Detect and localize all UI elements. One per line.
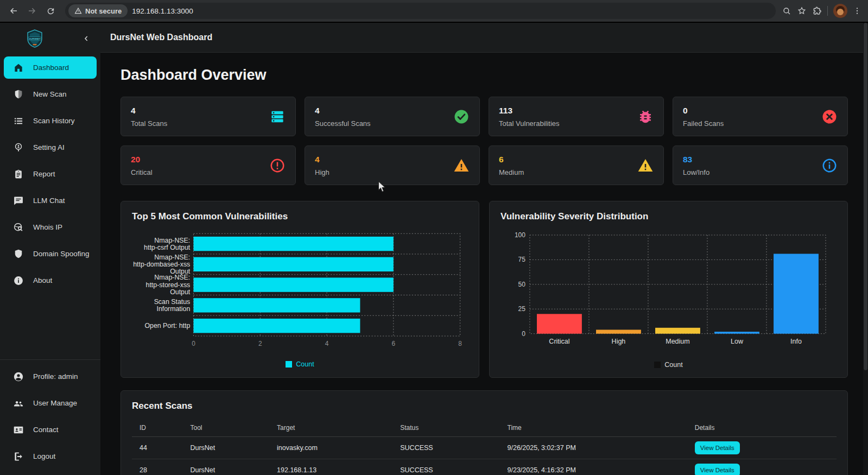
stat-value: 4: [315, 155, 330, 164]
svg-text:25: 25: [518, 305, 526, 313]
stat-card-low-info: 83Low/Info: [673, 145, 848, 185]
scan-time: 9/26/2025, 3:02:37 PM: [500, 436, 687, 459]
warning-icon: [453, 157, 470, 174]
bar-info[interactable]: [774, 254, 819, 334]
extensions-icon[interactable]: [812, 6, 822, 16]
contact-card-icon: [13, 425, 24, 435]
bar-1[interactable]: [193, 257, 393, 271]
app-title: DursNet Web Dashboard: [110, 33, 212, 42]
users-icon: [13, 398, 24, 409]
sidebar-footer-nav: Profile: adminUser ManageContactLogout: [0, 363, 100, 475]
sidebar-item-contact[interactable]: Contact: [0, 416, 100, 443]
zoom-icon[interactable]: [782, 7, 791, 16]
error-outline-icon: [269, 157, 286, 174]
x-circle-icon: [821, 109, 838, 125]
sidebar-item-label: Contact: [33, 426, 59, 434]
bar-medium[interactable]: [655, 328, 700, 334]
sidebar-item-profile-admin[interactable]: Profile: admin: [0, 363, 100, 390]
browser-forward-button[interactable]: [24, 3, 40, 19]
stat-value: 83: [683, 155, 709, 164]
check-circle-icon: [453, 109, 470, 125]
top-vulnerabilities-chart: Nmap-NSE:http-csrf OutputNmap-NSE:http-d…: [132, 230, 468, 357]
security-label: Not secure: [85, 7, 122, 15]
browser-chrome: Not secure 192.168.1.13:3000: [0, 0, 868, 22]
column-header-target: Target: [269, 419, 392, 437]
sidebar-item-new-scan[interactable]: New Scan: [0, 81, 100, 107]
menu-kebab-icon[interactable]: [853, 7, 861, 15]
stat-card-total-scans: 4Total Scans: [121, 97, 296, 136]
svg-text:100: 100: [515, 231, 525, 239]
scan-tool: DursNet: [182, 459, 269, 475]
svg-text:2: 2: [258, 340, 262, 347]
address-bar[interactable]: Not secure 192.168.1.13:3000: [65, 3, 776, 19]
scrollbar-thumb[interactable]: [864, 23, 867, 370]
bar-high[interactable]: [596, 330, 641, 333]
globe-search-icon: [13, 222, 24, 233]
sidebar-item-label: Report: [33, 170, 55, 178]
sidebar-collapse-button[interactable]: [80, 32, 93, 45]
divider: [0, 359, 100, 360]
shield-half-icon: [13, 89, 24, 100]
view-details-button[interactable]: View Details: [695, 441, 740, 454]
sidebar: DURSNET DashboardNew ScanScan HistorySet…: [0, 23, 100, 475]
svg-text:Info: Info: [790, 338, 802, 345]
svg-text:Open Port: http: Open Port: http: [144, 322, 190, 330]
logout-icon: [13, 451, 24, 462]
chat-icon: [13, 195, 24, 206]
sidebar-item-user-manage[interactable]: User Manage: [0, 390, 100, 416]
bug-icon: [637, 109, 654, 125]
ai-icon: [13, 142, 24, 153]
sidebar-item-llm-chat[interactable]: LLM Chat: [0, 187, 100, 214]
bar-critical[interactable]: [537, 314, 582, 333]
svg-text:DURSNET: DURSNET: [29, 37, 41, 40]
sidebar-item-about[interactable]: About: [0, 267, 100, 294]
stat-label: Total Scans: [131, 119, 167, 128]
column-header-time: Time: [500, 419, 687, 437]
recent-scans-table: IDToolTargetStatusTimeDetails 44DursNeti…: [132, 419, 837, 475]
browser-refresh-button[interactable]: [42, 3, 59, 19]
bar-2[interactable]: [193, 277, 393, 292]
browser-back-button[interactable]: [5, 3, 22, 19]
main-content: Dashboard Overview 4Total Scans4Successf…: [100, 53, 868, 475]
svg-text:8: 8: [458, 340, 462, 347]
x-circle-icon: [821, 109, 838, 125]
sidebar-item-report[interactable]: Report: [0, 161, 100, 187]
sidebar-item-dashboard[interactable]: Dashboard: [4, 56, 97, 79]
sidebar-item-logout[interactable]: Logout: [0, 443, 100, 470]
stat-label: Successful Scans: [315, 119, 371, 128]
sidebar-item-label: About: [33, 276, 52, 284]
sidebar-item-label: New Scan: [33, 90, 67, 98]
bar-0[interactable]: [193, 237, 393, 251]
sidebar-item-scan-history[interactable]: Scan History: [0, 107, 100, 134]
chat-icon: [13, 195, 24, 206]
svg-text:Scan StatusInformation: Scan StatusInformation: [154, 298, 191, 313]
svg-text:Critical: Critical: [549, 338, 569, 345]
not-secure-chip[interactable]: Not secure: [68, 4, 128, 17]
legend-swatch: [654, 362, 661, 368]
scan-status: SUCCESS: [392, 459, 499, 475]
bar-3[interactable]: [193, 298, 360, 312]
home-icon: [13, 62, 24, 73]
chart-legend: Count: [132, 357, 468, 371]
account-icon: [13, 371, 24, 382]
stat-label: Failed Scans: [683, 119, 724, 128]
url-text: 192.168.1.13:3000: [132, 7, 193, 15]
sidebar-item-domain-spoofing[interactable]: Domain Spoofing: [0, 240, 100, 267]
bookmark-star-icon[interactable]: [797, 6, 807, 16]
column-header-id: ID: [132, 419, 182, 437]
bar-low[interactable]: [714, 332, 759, 334]
page-scrollbar[interactable]: [863, 23, 868, 475]
profile-avatar[interactable]: [833, 4, 847, 18]
stat-value: 6: [499, 155, 524, 164]
sidebar-item-whois-ip[interactable]: Whois IP: [0, 214, 100, 240]
bar-4[interactable]: [193, 319, 360, 333]
stat-label: Low/Info: [683, 168, 709, 176]
svg-text:4: 4: [325, 340, 329, 347]
stat-value: 4: [131, 106, 167, 116]
svg-text:75: 75: [518, 256, 526, 263]
sidebar-item-setting-ai[interactable]: Setting AI: [0, 134, 100, 161]
refresh-icon: [46, 7, 55, 16]
bug-icon: [637, 109, 654, 125]
view-details-button[interactable]: View Details: [695, 464, 740, 475]
svg-text:6: 6: [391, 340, 395, 347]
